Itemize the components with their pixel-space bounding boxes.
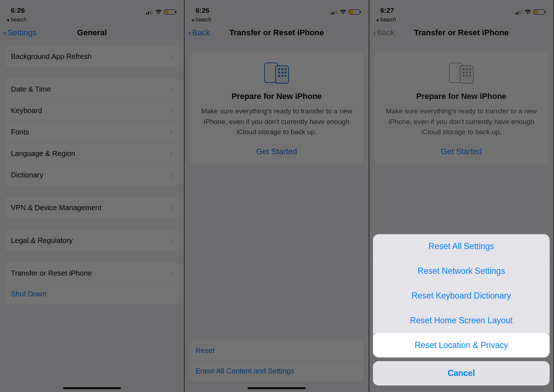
card-description: Make sure everything's ready to transfer… xyxy=(383,106,539,137)
nav-title: Transfer or Reset iPhone xyxy=(229,28,324,37)
row-label: Keyboard xyxy=(11,107,42,115)
screen-general-settings: 6:26 Search ‹ Settings General Backgroun… xyxy=(0,0,185,392)
cellular-signal-icon xyxy=(515,9,522,15)
sheet-reset-all-settings[interactable]: Reset All Settings xyxy=(373,234,550,259)
nav-back-button[interactable]: ‹ Settings xyxy=(4,28,36,37)
chevron-left-icon: ‹ xyxy=(188,28,192,37)
nav-back-button[interactable]: ‹ Back xyxy=(188,28,210,37)
row-legal-regulatory[interactable]: Legal & Regulatory › xyxy=(5,230,179,251)
row-reset[interactable]: Reset xyxy=(190,341,364,361)
row-keyboard[interactable]: Keyboard › xyxy=(5,100,179,121)
chevron-right-icon: › xyxy=(170,127,173,137)
row-label: Legal & Regulatory xyxy=(11,236,73,245)
nav-bar: ‹ Back Transfer or Reset iPhone xyxy=(369,23,553,42)
row-transfer-reset-iphone[interactable]: Transfer or Reset iPhone › xyxy=(5,263,179,284)
card-description: Make sure everything's ready to transfer… xyxy=(198,106,355,137)
reset-action-sheet: Reset All Settings Reset Network Setting… xyxy=(373,234,550,385)
cellular-signal-icon xyxy=(331,9,337,15)
chevron-left-icon: ‹ xyxy=(4,28,7,37)
nav-bar: ‹ Settings General xyxy=(0,23,184,42)
chevron-right-icon: › xyxy=(170,84,173,94)
status-bar: 6:27 xyxy=(369,0,553,16)
nav-back-label: Back xyxy=(377,28,395,37)
chevron-right-icon: › xyxy=(170,170,173,180)
prepare-new-iphone-card: Prepare for New iPhone Make sure everyth… xyxy=(374,52,548,164)
status-time: 6:26 xyxy=(196,7,209,15)
wifi-icon xyxy=(155,9,162,15)
row-label: VPN & Device Management xyxy=(11,204,101,212)
card-title: Prepare for New iPhone xyxy=(383,92,539,101)
chevron-right-icon: › xyxy=(170,149,173,158)
wifi-icon xyxy=(524,9,531,15)
sheet-reset-home-screen-layout[interactable]: Reset Home Screen Layout xyxy=(373,308,550,333)
status-bar: 6:26 xyxy=(185,0,369,16)
nav-back-label: Back xyxy=(192,28,210,37)
home-indicator[interactable] xyxy=(63,387,121,389)
row-label: Background App Refresh xyxy=(11,52,92,61)
get-started-button[interactable]: Get Started xyxy=(198,147,355,156)
nav-bar: ‹ Back Transfer or Reset iPhone xyxy=(185,23,369,42)
row-erase-all[interactable]: Erase All Content and Settings xyxy=(190,361,364,381)
nav-back-label: Settings xyxy=(8,28,37,37)
row-language-region[interactable]: Language & Region › xyxy=(5,143,179,164)
row-date-time[interactable]: Date & Time › xyxy=(5,79,179,100)
chevron-right-icon: › xyxy=(170,203,173,212)
get-started-button[interactable]: Get Started xyxy=(383,147,539,156)
row-label: Date & Time xyxy=(11,85,51,93)
row-label: Dictionary xyxy=(11,171,43,179)
cellular-signal-icon xyxy=(146,9,153,15)
chevron-right-icon: › xyxy=(170,236,173,245)
battery-icon xyxy=(349,9,360,15)
row-label: Transfer or Reset iPhone xyxy=(11,269,92,277)
row-shut-down[interactable]: Shut Down xyxy=(5,284,179,304)
back-to-app[interactable]: Search xyxy=(185,16,369,23)
screen-reset-action-sheet: 6:27 Search ‹ Back Transfer or Reset iPh… xyxy=(369,0,554,392)
row-background-app-refresh[interactable]: Background App Refresh › xyxy=(5,46,179,67)
chevron-right-icon: › xyxy=(170,52,173,61)
status-time: 6:26 xyxy=(11,7,25,15)
card-title: Prepare for New iPhone xyxy=(198,92,355,101)
row-label: Erase All Content and Settings xyxy=(196,367,294,375)
sheet-reset-network-settings[interactable]: Reset Network Settings xyxy=(373,259,550,284)
home-indicator[interactable] xyxy=(248,387,306,389)
sheet-cancel-button[interactable]: Cancel xyxy=(373,361,550,385)
nav-back-button: ‹ Back xyxy=(373,28,395,37)
battery-icon xyxy=(534,9,545,15)
sheet-reset-location-privacy[interactable]: Reset Location & Privacy xyxy=(373,333,550,357)
battery-icon xyxy=(164,9,175,15)
devices-icon xyxy=(262,63,291,84)
row-label: Shut Down xyxy=(11,290,47,298)
prepare-new-iphone-card: Prepare for New iPhone Make sure everyth… xyxy=(190,52,364,164)
back-to-app[interactable]: Search xyxy=(0,16,184,23)
row-fonts[interactable]: Fonts › xyxy=(5,121,179,143)
status-time: 6:27 xyxy=(380,7,394,15)
sheet-reset-keyboard-dictionary[interactable]: Reset Keyboard Dictionary xyxy=(373,284,550,308)
row-label: Fonts xyxy=(11,128,29,136)
chevron-right-icon: › xyxy=(170,268,173,278)
row-label: Reset xyxy=(196,347,214,355)
chevron-left-icon: ‹ xyxy=(373,28,376,37)
devices-icon xyxy=(447,63,476,84)
row-vpn-device-management[interactable]: VPN & Device Management › xyxy=(5,197,179,218)
reset-options-list: Reset Erase All Content and Settings xyxy=(190,341,364,381)
row-dictionary[interactable]: Dictionary › xyxy=(5,164,179,185)
back-to-app[interactable]: Search xyxy=(369,16,553,23)
nav-title: Transfer or Reset iPhone xyxy=(414,28,509,37)
row-label: Language & Region xyxy=(11,149,75,158)
status-bar: 6:26 xyxy=(0,0,184,16)
wifi-icon xyxy=(340,9,347,15)
nav-title: General xyxy=(77,28,107,37)
screen-transfer-reset: 6:26 Search ‹ Back Transfer or Reset iPh… xyxy=(185,0,369,392)
chevron-right-icon: › xyxy=(170,106,173,115)
